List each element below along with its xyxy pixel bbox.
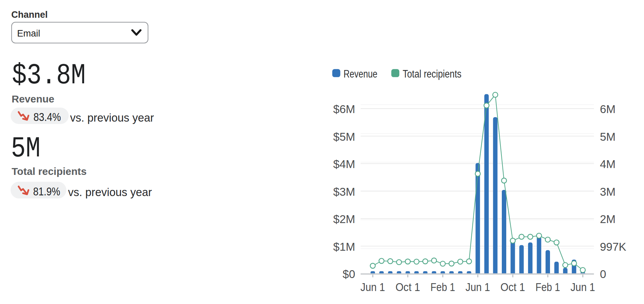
- svg-text:Jun 1: Jun 1: [466, 280, 490, 293]
- svg-text:Oct 1: Oct 1: [395, 280, 420, 293]
- svg-text:$4M: $4M: [333, 158, 355, 170]
- svg-text:$1M: $1M: [333, 240, 355, 253]
- svg-text:$6M: $6M: [333, 103, 355, 115]
- svg-text:2M: 2M: [600, 213, 616, 225]
- svg-text:$3M: $3M: [333, 185, 355, 198]
- svg-text:Feb 1: Feb 1: [430, 280, 455, 293]
- svg-text:Feb 1: Feb 1: [536, 280, 560, 293]
- svg-text:$0: $0: [343, 268, 355, 280]
- svg-text:3M: 3M: [600, 185, 616, 198]
- svg-text:997K: 997K: [600, 240, 626, 253]
- svg-text:$5M: $5M: [333, 130, 355, 143]
- svg-text:4M: 4M: [600, 158, 616, 170]
- svg-text:0: 0: [600, 268, 606, 280]
- svg-text:Jun 1: Jun 1: [571, 280, 595, 293]
- svg-text:Total recipients: Total recipients: [403, 68, 461, 80]
- svg-text:6M: 6M: [600, 103, 616, 115]
- svg-text:Jun 1: Jun 1: [361, 280, 385, 293]
- svg-text:5M: 5M: [600, 130, 616, 143]
- svg-text:Oct 1: Oct 1: [500, 280, 525, 293]
- svg-text:$2M: $2M: [333, 213, 355, 225]
- svg-text:Revenue: Revenue: [344, 68, 377, 80]
